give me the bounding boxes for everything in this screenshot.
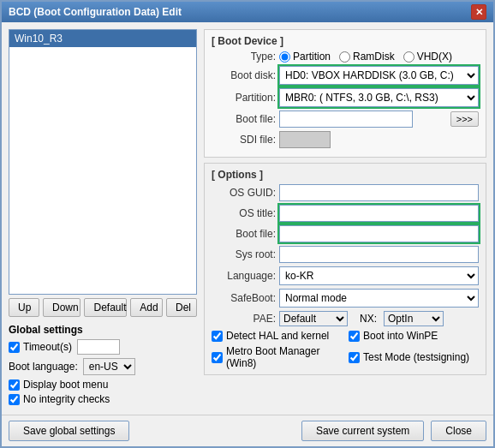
display-boot-menu-checkbox[interactable]	[9, 379, 20, 391]
sdi-file-input[interactable]	[279, 131, 331, 148]
timeout-label: Timeout(s)	[23, 341, 72, 353]
test-mode-checkbox[interactable]	[349, 352, 360, 363]
timeout-input[interactable]: 7	[77, 339, 120, 355]
options-boot-file-field: \Windows\system32\boot\winload.exe	[279, 225, 479, 242]
list-item[interactable]: Win10_R3	[9, 30, 196, 47]
options-title: [ Options ]	[212, 169, 479, 181]
boot-into-winpe-checkbox[interactable]	[349, 331, 360, 342]
timeout-checkbox[interactable]	[9, 342, 20, 353]
save-global-button[interactable]: Save global settings	[9, 421, 129, 441]
os-title-field: Win10_R3	[279, 205, 479, 222]
left-panel: Win10_R3 Up Down Default Add Del Global …	[9, 29, 197, 408]
pae-nx-row: PAE: Default NX: OptIn	[212, 311, 479, 326]
ramdisk-radio[interactable]	[339, 51, 350, 63]
boot-file-row: Boot file: >>>	[212, 111, 479, 128]
timeout-row: Timeout(s) 7	[9, 339, 197, 355]
sdi-file-label: SDI file:	[212, 134, 276, 146]
partition-select[interactable]: MBR0: ( NTFS, 3.0 GB, C:\, RS3)	[279, 88, 479, 107]
boot-device-section: [ Boot Device ] Type: Partition RamDisk	[204, 29, 486, 158]
detect-hal-checkbox[interactable]	[212, 331, 223, 342]
del-button[interactable]: Del	[166, 298, 197, 317]
right-panel: [ Boot Device ] Type: Partition RamDisk	[204, 29, 486, 408]
vhd-radio-item: VHD(X)	[403, 51, 452, 63]
boot-language-select[interactable]: en-US	[83, 358, 135, 375]
language-label: Language:	[212, 270, 276, 282]
close-button[interactable]: ✕	[471, 4, 486, 20]
save-current-button[interactable]: Save current system	[301, 421, 424, 441]
footer: Save global settings Save current system…	[2, 415, 493, 446]
metro-boot-checkbox-item: Metro Boot Manager (Win8)	[212, 345, 342, 369]
ramdisk-label: RamDisk	[353, 51, 395, 63]
type-radio-group: Partition RamDisk VHD(X)	[279, 51, 452, 63]
options-boot-file-input[interactable]: \Windows\system32\boot\winload.exe	[279, 225, 479, 242]
metro-boot-label: Metro Boot Manager (Win8)	[226, 345, 342, 369]
pae-select[interactable]: Default	[279, 311, 348, 326]
boot-entry-list[interactable]: Win10_R3	[9, 29, 197, 295]
partition-label-field: Partition:	[212, 92, 276, 104]
partition-radio-item: Partition	[279, 51, 331, 63]
safeboot-field: Normal mode	[279, 289, 479, 308]
timeout-checkbox-item: Timeout(s)	[9, 341, 72, 353]
main-content: Win10_R3 Up Down Default Add Del Global …	[2, 22, 493, 415]
nx-select[interactable]: OptIn	[384, 311, 444, 326]
add-button[interactable]: Add	[130, 298, 163, 317]
sys-root-label: Sys root:	[212, 248, 276, 260]
language-row: Language: ko-KR	[212, 266, 479, 285]
os-guid-row: OS GUID: {d8782e1f-02f3-4f78-8b19-7f206f…	[212, 184, 479, 201]
safeboot-label: SafeBoot:	[212, 292, 276, 304]
boot-disk-row: Boot disk: HD0: VBOX HARDDISK (3.0 GB, C…	[212, 66, 479, 85]
language-select[interactable]: ko-KR	[279, 266, 479, 285]
main-window: BCD (Boot Configuration Data) Edit ✕ Win…	[0, 0, 495, 448]
detect-hal-checkbox-item: Detect HAL and kernel	[212, 330, 342, 342]
boot-into-winpe-label: Boot into WinPE	[363, 330, 438, 342]
global-settings: Global settings Timeout(s) 7 Boot langua…	[9, 324, 197, 408]
entry-button-row: Up Down Default Add Del	[9, 298, 197, 317]
default-button[interactable]: Default	[84, 298, 127, 317]
partition-row: Partition: MBR0: ( NTFS, 3.0 GB, C:\, RS…	[212, 88, 479, 107]
boot-device-title: [ Boot Device ]	[212, 35, 479, 47]
up-button[interactable]: Up	[9, 298, 39, 317]
options-boot-file-label: Boot file:	[212, 228, 276, 240]
vhd-radio[interactable]	[403, 51, 414, 63]
sdi-file-field	[279, 131, 479, 148]
os-title-row: OS title: Win10_R3	[212, 205, 479, 222]
type-row: Type: Partition RamDisk VHD(X)	[212, 51, 479, 63]
options-boot-file-row: Boot file: \Windows\system32\boot\winloa…	[212, 225, 479, 242]
display-boot-menu-label: Display boot menu	[23, 379, 108, 391]
safeboot-select[interactable]: Normal mode	[279, 289, 479, 308]
test-mode-checkbox-item: Test Mode (testsigning)	[349, 345, 479, 369]
os-guid-input[interactable]: {d8782e1f-02f3-4f78-8b19-7f206fafe483}	[279, 184, 479, 201]
boot-file-label: Boot file:	[212, 113, 276, 125]
boot-language-label: Boot language:	[9, 361, 78, 373]
options-section: [ Options ] OS GUID: {d8782e1f-02f3-4f78…	[204, 163, 486, 375]
no-integrity-checkbox[interactable]	[9, 394, 20, 405]
os-title-input[interactable]: Win10_R3	[279, 205, 479, 222]
os-guid-field: {d8782e1f-02f3-4f78-8b19-7f206fafe483}	[279, 184, 479, 201]
test-mode-label: Test Mode (testsigning)	[363, 351, 469, 363]
boot-disk-select[interactable]: HD0: VBOX HARDDISK (3.0 GB, C:)	[279, 66, 479, 85]
partition-radio[interactable]	[279, 51, 290, 63]
type-label: Type:	[212, 51, 276, 63]
sys-root-input[interactable]: \Windows	[279, 246, 479, 263]
sys-root-row: Sys root: \Windows	[212, 246, 479, 263]
close-footer-button[interactable]: Close	[431, 421, 486, 441]
boot-into-winpe-checkbox-item: Boot into WinPE	[349, 330, 479, 342]
browse-button[interactable]: >>>	[450, 111, 479, 127]
partition-field: MBR0: ( NTFS, 3.0 GB, C:\, RS3)	[279, 88, 479, 107]
os-title-label: OS title:	[212, 207, 276, 219]
vhd-label: VHD(X)	[417, 51, 452, 63]
safeboot-row: SafeBoot: Normal mode	[212, 289, 479, 308]
window-title: BCD (Boot Configuration Data) Edit	[9, 6, 182, 18]
boot-file-field	[279, 111, 447, 128]
pae-label: PAE:	[212, 313, 276, 325]
partition-label: Partition	[293, 51, 331, 63]
os-guid-label: OS GUID:	[212, 187, 276, 199]
no-integrity-row: No integrity checks	[9, 393, 197, 405]
metro-boot-checkbox[interactable]	[212, 352, 223, 363]
options-checkboxes: Detect HAL and kernel Boot into WinPE Me…	[212, 330, 479, 369]
boot-disk-label: Boot disk:	[212, 69, 276, 81]
boot-file-input[interactable]	[279, 111, 413, 128]
global-settings-title: Global settings	[9, 324, 197, 336]
display-boot-menu-row: Display boot menu	[9, 379, 197, 391]
down-button[interactable]: Down	[43, 298, 81, 317]
